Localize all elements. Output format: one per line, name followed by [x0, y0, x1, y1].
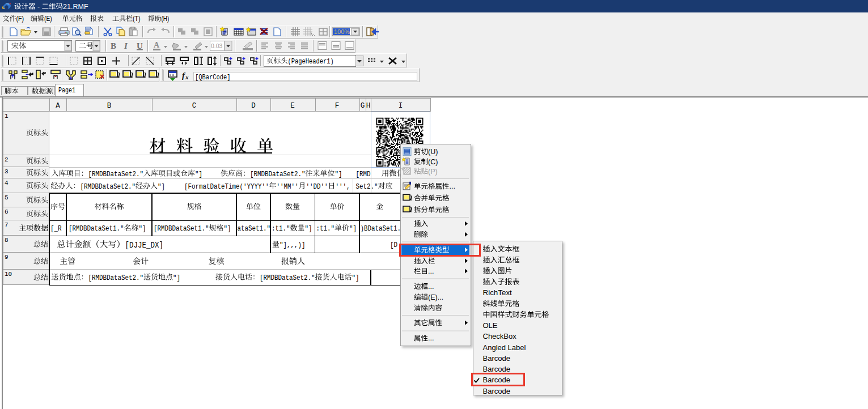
svg-text:Angled Label: Angled Label	[483, 343, 526, 352]
svg-text:Barcode: Barcode	[483, 387, 510, 395]
svg-text:...: ...	[450, 182, 455, 190]
svg-text:OLE: OLE	[483, 321, 498, 330]
svg-text:(P): (P)	[428, 168, 438, 176]
svg-text:...: ...	[428, 334, 434, 342]
svg-text:...: ...	[428, 267, 434, 275]
svg-text:RichText: RichText	[483, 288, 513, 297]
svg-text:CheckBox: CheckBox	[483, 332, 517, 340]
svg-text:Barcode: Barcode	[483, 354, 510, 363]
svg-text:(U): (U)	[428, 148, 438, 156]
svg-text:(E)...: (E)...	[428, 293, 443, 301]
svg-text:(C): (C)	[428, 158, 438, 166]
svg-text:...: ...	[428, 283, 434, 291]
